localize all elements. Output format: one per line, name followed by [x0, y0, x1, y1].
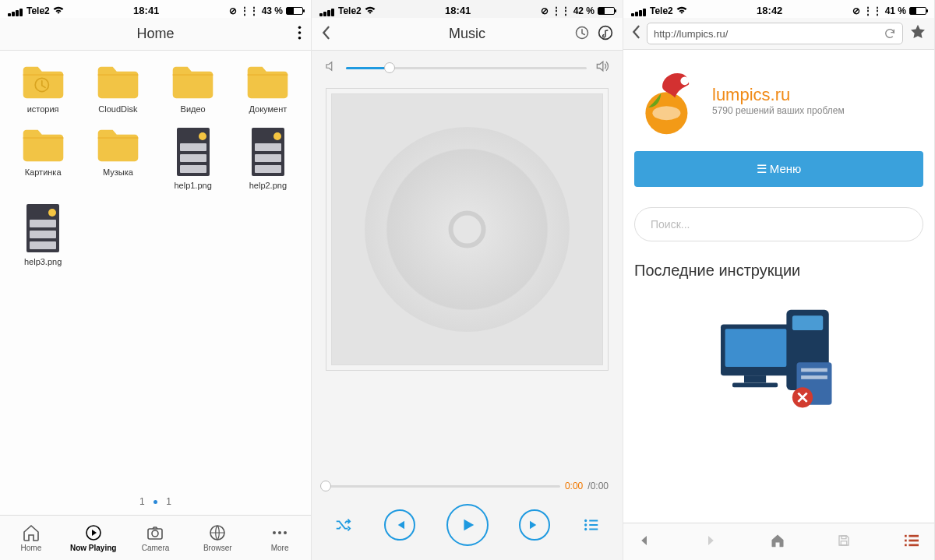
more-icon[interactable] [298, 26, 302, 43]
time-total: /0:00 [587, 481, 609, 491]
url-bar-row: http://lumpics.ru/ [623, 18, 934, 50]
album-art-frame [326, 88, 609, 371]
folder-history[interactable]: история [8, 65, 78, 114]
shuffle-button[interactable] [332, 514, 354, 536]
file-help2[interactable]: help2.png [233, 128, 303, 190]
folder-icon [22, 128, 65, 163]
svg-point-0 [298, 26, 302, 29]
tab-more[interactable]: More [249, 516, 311, 560]
item-label: help2.png [249, 181, 287, 190]
play-circle-icon [84, 523, 103, 542]
tab-label: Camera [142, 544, 170, 552]
music-note-icon[interactable] [598, 25, 613, 44]
svg-rect-32 [905, 539, 907, 541]
back-icon[interactable] [631, 25, 640, 42]
screen-browser: Tele2 18:42 ⊘ ⋮⋮ 41 % http://lumpics.ru/ [623, 0, 935, 560]
prev-button[interactable] [384, 509, 415, 541]
search-placeholder: Поиск... [651, 218, 690, 231]
signal-icon [319, 5, 335, 16]
item-label: help1.png [174, 181, 211, 190]
volume-row [312, 51, 623, 85]
site-logo [634, 65, 704, 136]
url-field[interactable]: http://lumpics.ru/ [647, 23, 903, 44]
svg-rect-22 [725, 329, 786, 367]
carrier-label: Tele2 [650, 5, 673, 16]
tab-browser[interactable]: Browser [186, 516, 249, 560]
volume-high-icon[interactable] [595, 58, 610, 77]
folder-icon [171, 65, 214, 100]
svg-rect-34 [909, 534, 919, 537]
nav-save-button[interactable] [837, 534, 851, 551]
folder-clouddisk[interactable]: CloudDisk [83, 65, 153, 114]
volume-low-icon[interactable] [324, 59, 338, 76]
wifi-icon [365, 5, 376, 16]
section-heading: Последние инструкции [634, 262, 923, 280]
item-label: CloudDisk [98, 104, 137, 114]
star-icon[interactable] [909, 23, 926, 44]
reload-icon[interactable] [884, 27, 896, 40]
folder-icon [97, 128, 139, 163]
folder-video[interactable]: Видео [158, 65, 228, 114]
brand-subtitle: 5790 решений ваших проблем [712, 105, 845, 116]
tab-bar: Home Now Playing Camera Browser More [0, 515, 311, 560]
tab-label: Browser [203, 544, 232, 552]
site-brand: lumpics.ru 5790 решений ваших проблем [634, 65, 923, 136]
tab-now-playing[interactable]: Now Playing [62, 516, 125, 560]
folder-music[interactable]: Музыка [83, 128, 153, 190]
player-controls [312, 495, 623, 560]
history-icon[interactable] [574, 25, 590, 44]
search-input[interactable]: Поиск... [634, 207, 923, 241]
battery-percent: 42 % [573, 5, 595, 16]
next-button[interactable] [519, 509, 550, 541]
bluetooth-icon: ⋮⋮ [552, 5, 570, 16]
svg-rect-35 [909, 539, 919, 541]
page-content[interactable]: lumpics.ru 5790 решений ваших проблем ☰ … [623, 50, 934, 523]
page-title: Music [449, 26, 485, 42]
pager-dot-icon [153, 500, 157, 504]
play-button[interactable] [446, 504, 489, 546]
nav-forward-button[interactable] [704, 534, 718, 551]
bluetooth-icon: ⋮⋮ [863, 5, 882, 16]
battery-icon [909, 7, 926, 15]
svg-point-14 [584, 523, 587, 526]
status-bar: Tele2 18:41 ⊘ ⋮⋮ 43 % [0, 0, 311, 18]
pager-cur: 1 [139, 496, 145, 507]
carrier-label: Tele2 [338, 5, 362, 16]
wifi-icon [676, 5, 687, 16]
svg-point-8 [273, 531, 276, 534]
wifi-icon [53, 5, 64, 16]
progress-slider[interactable] [326, 485, 560, 488]
tab-label: Now Playing [70, 544, 116, 552]
back-icon[interactable] [321, 26, 330, 43]
file-help3[interactable]: help3.png [8, 204, 78, 266]
playlist-button[interactable] [580, 514, 602, 536]
pager: 1 1 [0, 488, 311, 515]
svg-point-2 [298, 36, 302, 39]
nav-back-button[interactable] [637, 534, 651, 551]
folder-picture[interactable]: Картинка [8, 128, 78, 190]
time-current: 0:00 [565, 481, 583, 491]
clock: 18:41 [133, 5, 159, 16]
item-label: help3.png [24, 257, 62, 266]
signal-icon [631, 5, 647, 16]
item-label: Видео [181, 104, 206, 114]
svg-rect-20 [792, 315, 822, 330]
nav-list-button[interactable] [903, 534, 920, 551]
nav-bar: Home [0, 18, 311, 51]
svg-rect-30 [842, 541, 848, 544]
file-help1[interactable]: help1.png [158, 128, 228, 190]
brand-title: lumpics.ru [712, 85, 845, 105]
nav-home-button[interactable] [770, 533, 785, 551]
dots-icon [270, 523, 289, 542]
menu-button[interactable]: ☰ Меню [634, 151, 923, 187]
svg-point-13 [584, 519, 587, 522]
status-bar: Tele2 18:41 ⊘ ⋮⋮ 42 % [312, 0, 623, 18]
disc-icon [365, 127, 570, 333]
tab-camera[interactable]: Camera [125, 516, 187, 560]
volume-slider[interactable] [346, 67, 587, 69]
tab-home[interactable]: Home [0, 516, 62, 560]
folder-document[interactable]: Документ [233, 65, 303, 114]
clock: 18:41 [445, 5, 471, 16]
battery-percent: 41 % [885, 5, 906, 16]
svg-point-17 [652, 106, 680, 120]
